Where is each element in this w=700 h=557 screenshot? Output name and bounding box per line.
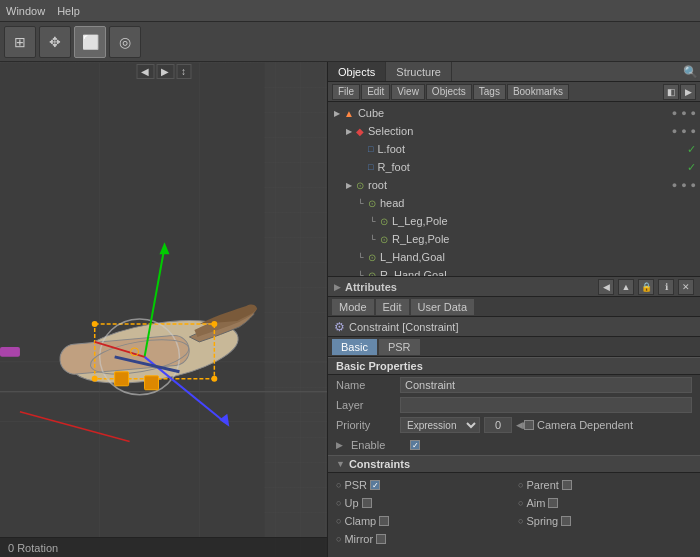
name-input[interactable] [400,377,692,393]
section-constraints: ▼ Constraints [328,455,700,473]
constraint-up-label: Up [344,497,358,509]
enable-checkbox[interactable]: ✓ [410,440,420,450]
priority-label: Priority [336,419,396,431]
tree-label-cube: Cube [358,107,670,119]
obj-menu-bookmarks[interactable]: Bookmarks [507,84,569,100]
attr-tab-mode[interactable]: Mode [332,299,374,315]
tab-basic[interactable]: Basic [332,339,377,355]
priority-select[interactable]: Expression [400,417,480,433]
attributes-title: Attributes [345,281,397,293]
tree-item-root[interactable]: ▶ ⊙ root ● ● ● [328,176,700,194]
camera-dependent-label: Camera Dependent [537,419,633,431]
tree-label-root: root [368,179,670,191]
tree-label-rlegpole: R_Leg,Pole [392,233,700,245]
attr-icon-info[interactable]: ℹ [658,279,674,295]
attr-tab-edit[interactable]: Edit [376,299,409,315]
viewport-scene [0,62,327,557]
svg-point-11 [92,321,98,327]
obj-menu-tags[interactable]: Tags [473,84,506,100]
toolbar-btn-2[interactable]: ⬜ [74,26,106,58]
camera-dependent-checkbox[interactable] [524,420,534,430]
vp-nav-left[interactable]: ◀ [136,64,154,79]
svg-rect-1 [264,63,327,556]
vp-nav-vert[interactable]: ↕ [176,64,191,79]
priority-num[interactable] [484,417,512,433]
enable-label: Enable [351,439,406,451]
section-basic-properties: Basic Properties [328,357,700,375]
objects-tree: ▶ ▲ Cube ● ● ● ▶ ◆ Selection ● ● ● [328,102,700,276]
attr-icon-x[interactable]: ✕ [678,279,694,295]
constraint-aim-label: Aim [526,497,545,509]
tree-item-lfoot[interactable]: □ L.foot ✓ [328,140,700,158]
tree-item-rfoot[interactable]: □ R_foot ✓ [328,158,700,176]
rotation-status: 0 Rotation [8,542,58,554]
tree-item-lhandgoal[interactable]: └ ⊙ L_Hand,Goal [328,248,700,266]
tree-label-selection: Selection [368,125,670,137]
viewport-3d[interactable]: ◀ ▶ ↕ [0,62,328,557]
panel-search-icon[interactable]: 🔍 [680,62,700,82]
tree-label-rfoot: R_foot [377,161,685,173]
tree-item-selection[interactable]: ▶ ◆ Selection ● ● ● [328,122,700,140]
obj-menu-file[interactable]: File [332,84,360,100]
svg-point-14 [211,376,217,382]
constraint-label: Constraint [Constraint] [349,321,458,333]
constraint-clamp-label: Clamp [344,515,376,527]
constraint-parent-check[interactable] [562,480,572,490]
constraint-up-check[interactable] [362,498,372,508]
toolbar-btn-0[interactable]: ⊞ [4,26,36,58]
tree-label-head: head [380,197,700,209]
obj-menu-edit[interactable]: Edit [361,84,390,100]
menu-window[interactable]: Window [6,5,45,17]
constraint-spring-check[interactable] [561,516,571,526]
svg-point-12 [211,321,217,327]
tab-structure[interactable]: Structure [386,62,452,81]
panel-icon-1[interactable]: ◧ [663,84,679,100]
tree-label-lhandgoal: L_Hand,Goal [380,251,700,263]
constraint-mirror-label: Mirror [344,533,373,545]
tree-label-rhandgoal: R_Hand,Goal [380,269,700,276]
constraint-aim-check[interactable] [548,498,558,508]
attr-tab-userdata[interactable]: User Data [411,299,475,315]
attr-icon-up[interactable]: ▲ [618,279,634,295]
obj-menu-view[interactable]: View [391,84,425,100]
tree-label-llegpole: L_Leg,Pole [392,215,700,227]
tree-item-rhandgoal[interactable]: └ ⊙ R_Hand,Goal [328,266,700,276]
tree-item-rlegpole[interactable]: └ ⊙ R_Leg,Pole [328,230,700,248]
vp-nav-right[interactable]: ▶ [156,64,174,79]
constraint-mirror-check[interactable] [376,534,386,544]
svg-point-13 [92,376,98,382]
name-label: Name [336,379,396,391]
tree-label-lfoot: L.foot [377,143,685,155]
constraint-psr-label: PSR [344,479,367,491]
svg-rect-0 [0,63,264,556]
svg-rect-26 [0,347,20,357]
tree-item-llegpole[interactable]: └ ⊙ L_Leg,Pole [328,212,700,230]
toolbar-btn-3[interactable]: ◎ [109,26,141,58]
tree-item-cube[interactable]: ▶ ▲ Cube ● ● ● [328,104,700,122]
panel-icon-2[interactable]: ▶ [680,84,696,100]
menu-help[interactable]: Help [57,5,80,17]
tab-objects[interactable]: Objects [328,62,386,81]
tab-psr[interactable]: PSR [379,339,420,355]
constraint-spring-label: Spring [526,515,558,527]
attr-icon-lock[interactable]: 🔒 [638,279,654,295]
properties-content: Basic Properties Name Layer Priority [328,357,700,557]
obj-menu-objects[interactable]: Objects [426,84,472,100]
constraint-parent-label: Parent [526,479,558,491]
tree-item-head[interactable]: └ ⊙ head [328,194,700,212]
toolbar-btn-1[interactable]: ✥ [39,26,71,58]
layer-input[interactable] [400,397,692,413]
constraint-clamp-check[interactable] [379,516,389,526]
layer-label: Layer [336,399,396,411]
psr-title: PSR [336,553,692,557]
svg-rect-22 [115,372,129,386]
attr-icon-left[interactable]: ◀ [598,279,614,295]
svg-rect-23 [145,376,159,390]
constraint-psr-check[interactable]: ✓ [370,480,380,490]
